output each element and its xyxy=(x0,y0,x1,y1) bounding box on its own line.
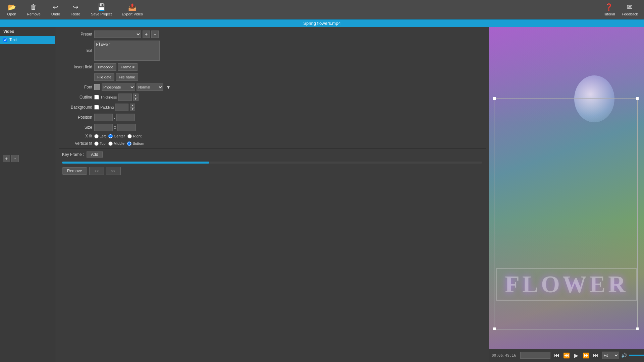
x-fit-label: X fit xyxy=(59,134,92,138)
text-checkbox[interactable] xyxy=(3,38,7,42)
size-w-input[interactable]: 1056 xyxy=(94,124,113,131)
x-fit-left-radio[interactable] xyxy=(94,134,99,138)
size-h-input[interactable]: 573 xyxy=(117,124,136,131)
v-fit-top-radio[interactable] xyxy=(94,141,99,146)
padding-up-button[interactable]: ▲ xyxy=(130,104,135,107)
insert-field-label: Insert field xyxy=(59,65,92,69)
preset-select[interactable] xyxy=(94,31,141,38)
v-fit-middle-option[interactable]: Middle xyxy=(108,141,124,146)
open-label: Open xyxy=(7,12,16,16)
file-date-button[interactable]: File date xyxy=(94,73,114,81)
outline-control: Thickness ▲ ▼ xyxy=(94,94,139,101)
preset-add-button[interactable]: + xyxy=(143,31,150,38)
rewind-button[interactable]: ⏪ xyxy=(562,351,571,360)
remove-layer-button[interactable]: - xyxy=(11,155,19,162)
tutorial-button[interactable]: ❓ Tutorial xyxy=(600,2,618,17)
text-item-label: Text xyxy=(9,38,17,42)
add-layer-button[interactable]: + xyxy=(3,155,10,162)
font-style-select[interactable]: Normal Bold Italic xyxy=(137,83,163,91)
next-keyframe-button[interactable]: >> xyxy=(106,167,121,175)
preset-remove-button[interactable]: − xyxy=(151,31,159,38)
insert-field-row2: File date File name xyxy=(59,73,486,81)
remove-button[interactable]: 🗑 Remove xyxy=(23,2,44,17)
size-label: Size xyxy=(59,125,92,130)
x-fit-right-option[interactable]: Right xyxy=(127,134,142,138)
feedback-label: Feedback xyxy=(622,12,638,16)
sidebar-item-text[interactable]: Text xyxy=(0,36,55,44)
insert-field-row: Insert field Timecode Frame # xyxy=(59,63,486,71)
vertical-fit-row: Vertical fit Top Middle Bottom xyxy=(59,141,486,146)
position-separator: , xyxy=(114,115,115,120)
font-name-select[interactable]: Phosphate xyxy=(102,83,135,91)
frame-button[interactable]: Frame # xyxy=(118,63,138,71)
x-fit-row: X fit Left Center Right xyxy=(59,134,486,138)
redo-button[interactable]: ↪ Redo xyxy=(67,2,84,17)
position-y-input[interactable]: 201 xyxy=(116,114,135,121)
save-project-button[interactable]: 💾 Save Project xyxy=(88,2,115,17)
background-control: Padding ▲ ▼ xyxy=(94,104,135,111)
background-checkbox[interactable] xyxy=(94,105,99,110)
volume-bar[interactable] xyxy=(629,355,644,356)
padding-label: Padding xyxy=(100,105,114,109)
open-button[interactable]: 📂 Open xyxy=(3,2,20,17)
left-panel: Video Text + - xyxy=(0,27,55,362)
keyframe-add-button[interactable]: Add xyxy=(87,151,102,158)
volume-icon[interactable]: 🔊 xyxy=(621,353,627,358)
thickness-up-button[interactable]: ▲ xyxy=(133,94,139,97)
title-bar: Spring flowers.mp4 xyxy=(0,19,644,27)
font-size-down-button[interactable]: ▼ xyxy=(165,83,172,91)
undo-icon: ↩ xyxy=(53,3,58,11)
x-fit-left-option[interactable]: Left xyxy=(94,134,106,138)
position-control: 117 , 201 xyxy=(94,114,135,121)
timeline-slider-track[interactable] xyxy=(62,162,482,164)
position-row: Position 117 , 201 xyxy=(59,114,486,121)
undo-button[interactable]: ↩ Undo xyxy=(47,2,64,17)
go-end-button[interactable]: ⏭ xyxy=(591,351,600,360)
export-video-button[interactable]: 📤 Export Video xyxy=(118,2,146,17)
tutorial-label: Tutorial xyxy=(603,12,615,16)
thickness-down-button[interactable]: ▼ xyxy=(133,97,139,101)
x-fit-right-radio[interactable] xyxy=(127,134,132,138)
padding-down-button[interactable]: ▼ xyxy=(130,107,135,111)
outline-row: Outline Thickness ▲ ▼ xyxy=(59,94,486,101)
feedback-button[interactable]: ✉ Feedback xyxy=(619,2,641,17)
go-start-button[interactable]: ⏮ xyxy=(552,351,561,360)
v-fit-bottom-option[interactable]: Bottom xyxy=(127,141,144,146)
toolbar-right: ❓ Tutorial ✉ Feedback xyxy=(600,2,641,17)
position-x-input[interactable]: 117 xyxy=(94,114,113,121)
fast-forward-button[interactable]: ⏩ xyxy=(582,351,590,360)
preset-control: + − xyxy=(94,31,159,38)
thickness-label: Thickness xyxy=(100,95,117,99)
text-input[interactable]: Flower xyxy=(94,41,160,61)
v-fit-top-option[interactable]: Top xyxy=(94,141,106,146)
time-input[interactable]: 00:00:14:12 xyxy=(520,352,550,359)
v-fit-middle-radio[interactable] xyxy=(108,141,113,146)
text-row: Text Flower xyxy=(59,41,486,61)
fit-select[interactable]: Fit 100% 50% xyxy=(602,352,619,359)
save-label: Save Project xyxy=(91,12,112,16)
font-color-picker[interactable] xyxy=(94,84,100,90)
main-area: Video Text + - Preset + − Text Flower xyxy=(0,27,644,362)
thickness-spinner: ▲ ▼ xyxy=(133,94,139,101)
x-fit-center-radio[interactable] xyxy=(108,134,113,138)
padding-input[interactable] xyxy=(115,104,128,111)
preview-controls: 00:06:49:16 00:00:14:12 ⏮ ⏪ ▶ ⏩ ⏭ Fit 10… xyxy=(489,349,644,362)
x-fit-center-option[interactable]: Center xyxy=(108,134,125,138)
export-icon: 📤 xyxy=(128,3,137,11)
play-button[interactable]: ▶ xyxy=(572,351,581,360)
size-control: 1056 x 573 xyxy=(94,124,136,131)
tutorial-icon: ❓ xyxy=(605,3,613,11)
timeline-slider-fill xyxy=(62,162,209,164)
size-separator: x xyxy=(114,125,116,130)
file-name-button[interactable]: File name xyxy=(116,73,138,81)
outline-checkbox[interactable] xyxy=(94,95,99,100)
v-fit-bottom-radio[interactable] xyxy=(127,141,131,146)
prev-keyframe-button[interactable]: << xyxy=(89,167,104,175)
open-icon: 📂 xyxy=(8,3,16,11)
outline-label: Outline xyxy=(59,95,92,100)
preview-image: FLOWER xyxy=(489,27,644,349)
timecode-button[interactable]: Timecode xyxy=(94,63,116,71)
remove-keyframe-button[interactable]: Remove xyxy=(62,167,87,175)
thickness-input[interactable] xyxy=(118,94,132,101)
insert-field-control2: File date File name xyxy=(94,73,138,81)
